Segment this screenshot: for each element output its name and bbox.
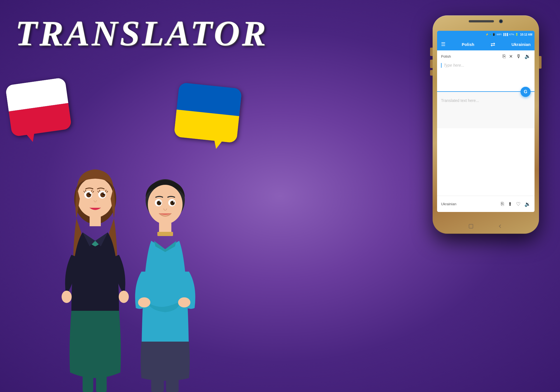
title-text: TRANSLATOR xyxy=(15,15,268,51)
svg-point-8 xyxy=(90,193,91,194)
text-input-area[interactable]: Type here... xyxy=(441,62,531,87)
svg-point-1 xyxy=(77,177,113,218)
svg-rect-29 xyxy=(151,377,164,392)
output-section: Translated text here... xyxy=(437,92,535,128)
front-camera xyxy=(499,19,503,23)
translate-button[interactable]: G xyxy=(521,87,531,97)
poland-speech-bubble xyxy=(5,77,72,137)
copy-output-icon[interactable]: ⎘ xyxy=(501,201,504,207)
phone-top-hardware xyxy=(455,19,517,23)
target-language[interactable]: Ukrainian xyxy=(512,42,531,47)
menu-icon[interactable]: ☰ xyxy=(441,41,445,47)
type-placeholder: Type here... xyxy=(444,63,464,67)
status-bar: ⚡ ● 📱 WiFi ▐▐▐ 67% 🔋 10:12 AM xyxy=(437,31,535,38)
svg-rect-26 xyxy=(157,232,173,236)
input-action-icons: ⎘ ✕ 🎙 🔉 xyxy=(503,53,531,59)
svg-point-9 xyxy=(104,193,105,194)
notification-icon: 📱 xyxy=(492,33,495,36)
volume-down-button[interactable] xyxy=(430,60,433,68)
front-speaker xyxy=(469,20,494,22)
female-character xyxy=(55,154,136,392)
usb-icon: ⚡ xyxy=(486,33,489,36)
svg-rect-10 xyxy=(90,215,101,226)
bottom-action-icons: ⎘ ⬆ ♡ 🔉 xyxy=(501,201,531,207)
time-display: 10:12 AM xyxy=(520,33,532,36)
app-header: ☰ Polish ⇄ Ukrainian xyxy=(437,38,535,50)
mic-icon[interactable]: 🎙 xyxy=(516,53,521,59)
ukraine-speech-bubble xyxy=(174,82,242,143)
bubble-tail-poland xyxy=(26,133,36,143)
male-character xyxy=(126,165,204,392)
phone-body: ⚡ ● 📱 WiFi ▐▐▐ 67% 🔋 10:12 AM ☰ Polish ⇄… xyxy=(433,15,539,234)
svg-point-23 xyxy=(160,201,161,202)
ukraine-flag-bubble xyxy=(174,82,242,143)
volume-up-button[interactable] xyxy=(430,48,433,56)
wifi-icon: WiFi xyxy=(496,33,501,36)
svg-point-28 xyxy=(178,297,190,307)
copy-icon[interactable]: ⎘ xyxy=(503,53,506,59)
battery-icon: 🔋 xyxy=(515,33,518,36)
power-button[interactable] xyxy=(539,56,542,69)
listen-output-icon[interactable]: 🔉 xyxy=(524,201,531,207)
clear-icon[interactable]: ✕ xyxy=(509,54,513,59)
svg-point-11 xyxy=(62,291,72,303)
svg-rect-30 xyxy=(166,377,179,392)
phone-screen: ⚡ ● 📱 WiFi ▐▐▐ 67% 🔋 10:12 AM ☰ Polish ⇄… xyxy=(437,31,535,212)
phone-mockup: ⚡ ● 📱 WiFi ▐▐▐ 67% 🔋 10:12 AM ☰ Polish ⇄… xyxy=(433,15,539,234)
svg-point-24 xyxy=(173,201,174,202)
phone-nav-buttons xyxy=(468,223,504,229)
recent-apps-button[interactable] xyxy=(498,223,504,229)
text-cursor xyxy=(441,63,442,68)
mute-button[interactable] xyxy=(430,70,433,76)
svg-rect-31 xyxy=(469,224,473,228)
share-icon[interactable]: ⬆ xyxy=(508,201,512,207)
battery-level: 67% xyxy=(509,33,514,36)
back-button[interactable] xyxy=(468,223,474,229)
svg-point-27 xyxy=(138,297,150,307)
listen-icon[interactable]: 🔉 xyxy=(524,53,531,59)
output-language-label: Ukrainian xyxy=(441,202,456,206)
svg-rect-13 xyxy=(83,375,93,392)
app-title: TRANSLATOR xyxy=(15,15,268,51)
input-lang-row: Polish ⎘ ✕ 🎙 🔉 xyxy=(441,53,531,59)
translated-text-placeholder: Translated text here... xyxy=(441,98,479,103)
source-language[interactable]: Polish xyxy=(462,42,474,47)
svg-rect-14 xyxy=(96,375,107,392)
location-icon: ● xyxy=(490,33,491,36)
favorite-icon[interactable]: ♡ xyxy=(516,201,521,207)
input-section: Polish ⎘ ✕ 🎙 🔉 Type here... xyxy=(437,50,535,92)
swap-languages-icon[interactable]: ⇄ xyxy=(491,41,495,48)
input-language-label: Polish xyxy=(441,54,451,59)
signal-bars: ▐▐▐ xyxy=(503,33,508,36)
bottom-action-bar: Ukrainian ⎘ ⬆ ♡ 🔉 xyxy=(437,196,535,212)
bubble-tail-ukraine xyxy=(213,140,223,150)
google-translate-icon: G xyxy=(524,89,527,94)
poland-flag-bubble xyxy=(5,77,72,137)
svg-point-16 xyxy=(148,185,183,224)
